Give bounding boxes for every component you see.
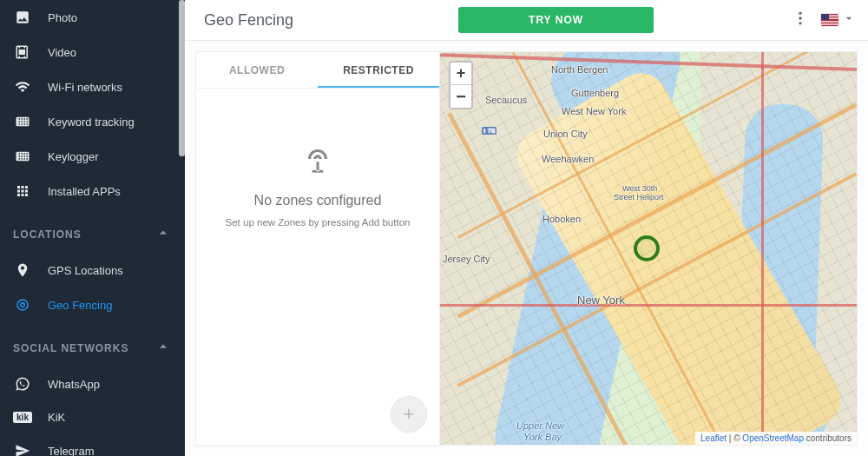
- map-label: New York: [577, 294, 625, 307]
- zoom-controls: + −: [449, 61, 473, 109]
- geofence-marker[interactable]: [634, 235, 660, 261]
- map-label: West 30th: [622, 184, 657, 193]
- sidebar: Photo Video Wi-Fi networks Keyword track…: [0, 0, 185, 456]
- map-label: West New York: [562, 106, 626, 116]
- topbar: Geo Fencing TRY NOW: [185, 0, 868, 41]
- svg-point-2: [799, 12, 801, 15]
- map-label: Secaucus: [485, 95, 527, 105]
- section-title: SOCIAL NETWORKS: [13, 342, 128, 354]
- zones-panel: ALLOWED RESTRICTED No zones configured S…: [195, 51, 440, 446]
- zoom-out-button[interactable]: −: [450, 85, 471, 108]
- sidebar-item-label: Geo Fencing: [48, 299, 112, 312]
- sidebar-item-label: GPS Locations: [48, 264, 123, 277]
- antenna-icon: [301, 142, 334, 179]
- map-label: Jersey City: [443, 254, 490, 264]
- map-label: Weehawken: [542, 154, 594, 164]
- zoom-in-button[interactable]: +: [450, 63, 471, 85]
- chevron-down-icon: [842, 11, 856, 29]
- map-label: Guttenberg: [571, 88, 619, 98]
- photo-icon: [13, 10, 32, 25]
- svg-point-1: [21, 303, 25, 307]
- sidebar-item-label: Keyword tracking: [48, 116, 135, 129]
- sidebar-item-wifi[interactable]: Wi-Fi networks: [0, 69, 185, 104]
- leaflet-link[interactable]: Leaflet: [700, 433, 727, 443]
- empty-title: No zones configured: [254, 193, 382, 208]
- sidebar-item-whatsapp[interactable]: WhatsApp: [0, 367, 185, 401]
- whatsapp-icon: [13, 376, 32, 392]
- map-label: Street Heliport: [614, 193, 664, 202]
- kik-icon: kik: [13, 412, 32, 423]
- sidebar-item-label: Video: [48, 46, 76, 59]
- empty-state: No zones configured Set up new Zones by …: [196, 89, 439, 445]
- sidebar-item-telegram[interactable]: Telegram: [0, 433, 185, 456]
- plus-icon: +: [404, 403, 415, 426]
- sidebar-item-label: Photo: [48, 11, 77, 24]
- sidebar-item-keylogger[interactable]: Keylogger: [0, 139, 185, 174]
- chevron-up-icon: [155, 224, 172, 244]
- svg-point-0: [17, 300, 28, 310]
- map-attribution: Leaflet | © OpenStreetMap contributors: [695, 432, 857, 445]
- language-selector[interactable]: [821, 11, 856, 29]
- section-title: LOCATIONS: [13, 228, 82, 241]
- section-header-locations[interactable]: LOCATIONS: [0, 208, 185, 253]
- sidebar-item-kik[interactable]: kik KiK: [0, 401, 185, 433]
- sidebar-item-gps[interactable]: GPS Locations: [0, 253, 185, 287]
- empty-subtitle: Set up new Zones by pressing Add button: [226, 217, 411, 228]
- sidebar-item-label: WhatsApp: [48, 378, 100, 391]
- sidebar-item-video[interactable]: Video: [0, 35, 185, 69]
- sidebar-item-label: Wi-Fi networks: [48, 81, 122, 94]
- svg-point-4: [799, 22, 801, 24]
- sidebar-item-geofencing[interactable]: Geo Fencing: [0, 287, 185, 322]
- map[interactable]: North Bergen Guttenberg Secaucus West Ne…: [440, 52, 857, 445]
- us-flag-icon: [821, 14, 838, 26]
- sidebar-item-photo[interactable]: Photo: [0, 0, 185, 35]
- sidebar-item-label: Telegram: [48, 445, 94, 457]
- map-label-i78: I 78: [482, 127, 496, 135]
- sidebar-item-label: KiK: [48, 411, 65, 424]
- keyboard-icon: [13, 114, 32, 129]
- map-label: North Bergen: [551, 64, 608, 75]
- osm-link[interactable]: OpenStreetMap: [742, 433, 804, 443]
- sidebar-item-label: Keylogger: [48, 150, 99, 163]
- map-label: Upper New: [516, 420, 564, 431]
- wifi-icon: [13, 79, 32, 95]
- content: ALLOWED RESTRICTED No zones configured S…: [185, 41, 868, 456]
- svg-point-3: [799, 17, 801, 19]
- add-zone-button[interactable]: +: [391, 396, 427, 433]
- section-header-social[interactable]: SOCIAL NETWORKS: [0, 322, 185, 367]
- more-options-button[interactable]: [792, 10, 809, 30]
- video-icon: [13, 44, 32, 60]
- sidebar-item-keyword[interactable]: Keyword tracking: [0, 104, 185, 139]
- map-label: Hoboken: [542, 214, 581, 224]
- map-panel[interactable]: North Bergen Guttenberg Secaucus West Ne…: [439, 51, 858, 446]
- main: Geo Fencing TRY NOW ALLOWED RESTRICTED N…: [185, 0, 868, 456]
- telegram-icon: [13, 443, 32, 456]
- map-label: Union City: [543, 129, 588, 139]
- pin-icon: [13, 262, 32, 278]
- sidebar-item-label: Installed APPs: [48, 185, 121, 198]
- tab-allowed[interactable]: ALLOWED: [196, 52, 318, 88]
- tab-restricted[interactable]: RESTRICTED: [318, 52, 439, 88]
- chevron-up-icon: [155, 338, 172, 358]
- scrollbar[interactable]: [179, 0, 185, 156]
- apps-icon: [13, 183, 32, 199]
- keyboard-icon: [13, 149, 32, 164]
- sidebar-item-apps[interactable]: Installed APPs: [0, 174, 185, 208]
- page-title: Geo Fencing: [204, 11, 293, 30]
- target-icon: [13, 297, 32, 313]
- map-label: York Bay: [523, 432, 562, 442]
- try-now-button[interactable]: TRY NOW: [458, 7, 654, 33]
- tabs: ALLOWED RESTRICTED: [196, 52, 439, 89]
